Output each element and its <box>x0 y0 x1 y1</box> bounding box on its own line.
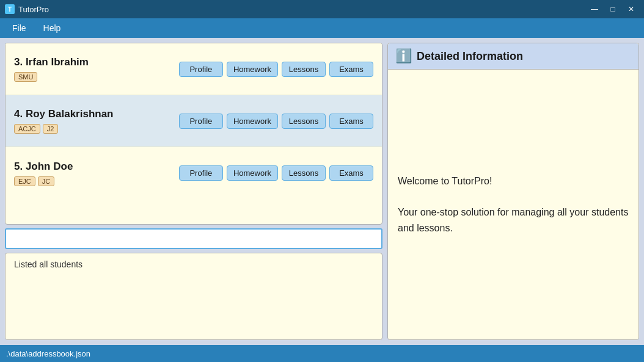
student-row: 5. John DoeEJCJCProfileHomeworkLessonsEx… <box>5 147 382 199</box>
student-action-buttons: ProfileHomeworkLessonsExams <box>179 62 373 77</box>
main-content: 3. Irfan IbrahimSMUProfileHomeworkLesson… <box>0 38 644 345</box>
welcome-line1: Welcome to TutorPro! <box>398 176 492 186</box>
lessons-button[interactable]: Lessons <box>282 165 326 181</box>
student-info: 4. Roy BalakrishnanACJCJ2 <box>14 108 114 134</box>
search-input[interactable] <box>5 228 382 249</box>
titlebar-left: T TutorPro <box>5 4 49 14</box>
lessons-button[interactable]: Lessons <box>282 62 326 77</box>
exams-button[interactable]: Exams <box>329 62 373 77</box>
student-row: 4. Roy BalakrishnanACJCJ2ProfileHomework… <box>5 95 382 147</box>
student-name: 4. Roy Balakrishnan <box>14 108 114 120</box>
homework-button[interactable]: Homework <box>227 165 278 181</box>
menu-help[interactable]: Help <box>36 21 68 35</box>
right-panel: ℹ️ Detailed Information Welcome to Tutor… <box>387 43 639 340</box>
student-name: 3. Irfan Ibrahim <box>14 56 89 68</box>
student-tags: EJCJC <box>14 176 73 186</box>
student-name: 5. John Doe <box>14 161 73 173</box>
profile-button[interactable]: Profile <box>179 165 223 181</box>
statusbar: .\data\addressbook.json <box>0 345 644 362</box>
app-title: TutorPro <box>18 5 49 14</box>
student-action-buttons: ProfileHomeworkLessonsExams <box>179 165 373 181</box>
student-tag: J2 <box>43 124 59 134</box>
student-list-box[interactable]: 3. Irfan IbrahimSMUProfileHomeworkLesson… <box>5 43 382 225</box>
lessons-button[interactable]: Lessons <box>282 114 326 129</box>
student-action-buttons: ProfileHomeworkLessonsExams <box>179 114 373 129</box>
homework-button[interactable]: Homework <box>227 114 278 129</box>
minimize-button[interactable]: — <box>587 4 602 15</box>
student-tag: JC <box>38 176 54 186</box>
app-icon: T <box>5 4 15 14</box>
titlebar: T TutorPro — □ ✕ <box>0 0 644 18</box>
right-panel-header: ℹ️ Detailed Information <box>388 43 639 70</box>
info-icon: ℹ️ <box>395 48 412 64</box>
menubar: File Help <box>0 18 644 38</box>
student-tag: ACJC <box>14 124 40 134</box>
student-row: 3. Irfan IbrahimSMUProfileHomeworkLesson… <box>5 43 382 95</box>
maximize-button[interactable]: □ <box>605 4 621 15</box>
student-info: 3. Irfan IbrahimSMU <box>14 56 89 82</box>
titlebar-controls: — □ ✕ <box>587 4 639 15</box>
student-tags: ACJCJ2 <box>14 124 114 134</box>
student-tag: SMU <box>14 72 37 82</box>
left-panel: 3. Irfan IbrahimSMUProfileHomeworkLesson… <box>5 43 382 340</box>
welcome-line2: Your one-stop solution for managing all … <box>398 207 628 233</box>
statusbar-path: .\data\addressbook.json <box>6 349 90 358</box>
profile-button[interactable]: Profile <box>179 62 223 77</box>
right-panel-body: Welcome to TutorPro! Your one-stop solut… <box>388 70 639 339</box>
close-button[interactable]: ✕ <box>623 4 639 15</box>
student-info: 5. John DoeEJCJC <box>14 161 73 186</box>
exams-button[interactable]: Exams <box>329 114 373 129</box>
student-tag: EJC <box>14 176 35 186</box>
profile-button[interactable]: Profile <box>179 114 223 129</box>
right-panel-title: Detailed Information <box>417 50 523 63</box>
welcome-text: Welcome to TutorPro! Your one-stop solut… <box>398 173 629 236</box>
student-tags: SMU <box>14 72 89 82</box>
status-message: Listed all students <box>14 259 82 269</box>
menu-file[interactable]: File <box>5 21 34 35</box>
homework-button[interactable]: Homework <box>227 62 278 77</box>
status-box: Listed all students <box>5 253 382 340</box>
exams-button[interactable]: Exams <box>329 165 373 181</box>
